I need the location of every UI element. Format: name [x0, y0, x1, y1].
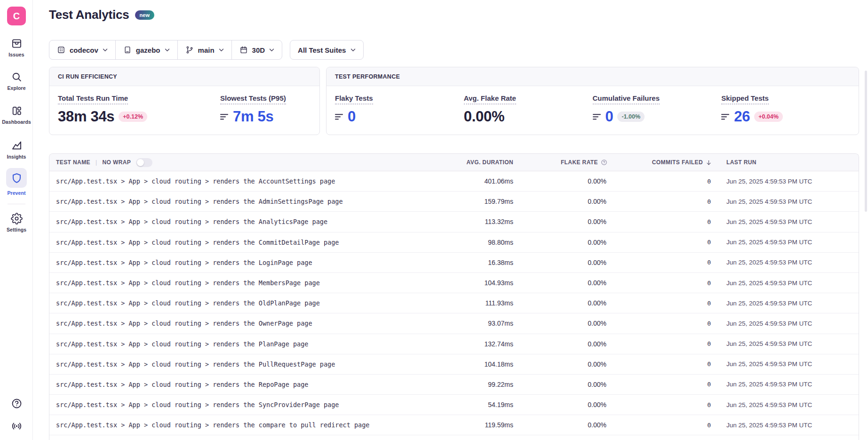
chevron-down-icon [165, 48, 170, 52]
table-row[interactable]: src/App.test.tsx > App > cloud routing >… [49, 171, 859, 192]
page-title: Test Analytics [49, 8, 129, 22]
table-row[interactable]: src/App.test.tsx > App > cloud routing >… [49, 253, 859, 273]
table-row[interactable]: src/App.test.tsx > App > cloud routing >… [49, 354, 859, 375]
repo-icon [123, 46, 132, 54]
sidebar-item-insights[interactable]: Insights [0, 140, 33, 160]
col-last-run[interactable]: LAST RUN [726, 159, 859, 166]
table-row[interactable]: src/App.test.tsx > App > cloud routing >… [49, 192, 859, 212]
table-row[interactable]: src/App.test.tsx > App > cloud routing >… [49, 293, 859, 313]
metric-avg-flake-rate: Avg. Flake Rate 0.00% [464, 94, 593, 125]
org-grid-icon [57, 46, 65, 54]
col-commits-failed[interactable]: COMMITS FAILED [622, 159, 726, 166]
avg-duration-value: 16.38ms [458, 259, 529, 266]
metric-value: 26 [734, 109, 750, 125]
help-button[interactable] [0, 398, 33, 409]
flaky-tests-filter[interactable]: 0 [335, 109, 356, 125]
commits-failed-value: 0 [622, 259, 726, 266]
last-run-value: Jun 25, 2025 4:59:53 PM UTC [726, 178, 859, 185]
sidebar-item-dashboards[interactable]: Dashboards [0, 105, 33, 125]
filter-lines-icon [220, 113, 229, 120]
cumulative-failures-filter[interactable]: 0 -1.00% [593, 109, 645, 125]
col-flake-rate[interactable]: FLAKE RATE [529, 159, 622, 166]
commits-failed-value: 0 [622, 401, 726, 408]
metric-skipped-tests: Skipped Tests 26 +0.04% [721, 94, 850, 125]
filter-lines-icon [335, 113, 343, 120]
org-selector[interactable]: codecov [49, 40, 115, 59]
test-suites-selector[interactable]: All Test Suites [290, 40, 364, 60]
metric-label: Total Tests Run Time [58, 94, 128, 104]
flake-rate-value: 0.00% [529, 401, 622, 408]
no-wrap-toggle[interactable] [136, 158, 152, 167]
ci-run-efficiency-panel: CI RUN EFFICIENCY Total Tests Run Time 3… [49, 67, 320, 135]
branch-selector[interactable]: main [177, 40, 231, 59]
table-row[interactable]: src/App.test.tsx > App > cloud routing >… [49, 334, 859, 354]
flake-rate-value: 0.00% [529, 360, 622, 368]
table-row[interactable]: src/App.test.tsx > App > cloud routing >… [49, 395, 859, 415]
org-selector-label: codecov [70, 46, 98, 54]
test-name: src/App.test.tsx > App > cloud routing >… [49, 177, 458, 185]
table-row[interactable]: src/App.test.tsx > App > cloud routing >… [49, 273, 859, 293]
sidebar-item-label: Issues [8, 52, 24, 57]
skipped-tests-filter[interactable]: 26 +0.04% [721, 109, 783, 125]
metric-flaky-tests: Flaky Tests 0 [335, 94, 464, 125]
commits-failed-value: 0 [622, 320, 726, 327]
filter-lines-icon [721, 113, 730, 120]
flake-rate-value: 0.00% [529, 218, 622, 225]
metric-value: 7m 5s [233, 109, 273, 125]
metric-value: 0.00% [464, 109, 504, 125]
flake-rate-value: 0.00% [529, 320, 622, 327]
slowest-tests-filter[interactable]: 7m 5s [220, 109, 273, 125]
test-name: src/App.test.tsx > App > cloud routing >… [49, 421, 458, 429]
sidebar-item-explore[interactable]: Explore [0, 71, 33, 91]
help-circle-icon [11, 398, 23, 409]
flake-rate-value: 0.00% [529, 340, 622, 348]
table-row[interactable]: src/App.test.tsx > App > cloud routing >… [49, 375, 859, 395]
test-suites-label: All Test Suites [298, 46, 346, 54]
table-row[interactable]: src/App.test.tsx > App > cloud routing >… [49, 232, 859, 253]
last-run-value: Jun 25, 2025 4:59:53 PM UTC [726, 259, 859, 266]
last-run-value: Jun 25, 2025 4:59:53 PM UTC [726, 280, 859, 287]
flake-rate-value: 0.00% [529, 259, 622, 266]
table-row[interactable]: src/App.test.tsx > App > cloud routing >… [49, 212, 859, 232]
metric-total-run-time: Total Tests Run Time 38m 34s +0.12% [58, 94, 220, 125]
test-name: src/App.test.tsx > App > cloud routing >… [49, 401, 458, 408]
metric-label: Flaky Tests [335, 94, 373, 104]
flake-rate-value: 0.00% [529, 177, 622, 185]
info-question-icon[interactable] [601, 159, 607, 166]
table-row[interactable]: src/App.test.tsx > App > cloud routing >… [49, 415, 859, 435]
sidebar-item-settings[interactable]: Settings [0, 213, 33, 232]
table-row[interactable]: src/App.test.tsx > App > cloud routing >… [49, 313, 859, 334]
table-body: src/App.test.tsx > App > cloud routing >… [49, 171, 859, 435]
flake-rate-value: 0.00% [529, 239, 622, 246]
sidebar-item-issues[interactable]: Issues [0, 38, 33, 57]
broadcast-button[interactable] [0, 420, 33, 432]
avg-duration-value: 93.07ms [458, 320, 529, 327]
vertical-scrollbar[interactable] [865, 71, 867, 212]
commits-failed-value: 0 [622, 381, 726, 388]
metric-label: Cumulative Failures [593, 94, 660, 104]
repo-selector[interactable]: gazebo [115, 40, 177, 59]
test-name: src/App.test.tsx > App > cloud routing >… [49, 360, 458, 368]
col-test-name[interactable]: TEST NAME [56, 159, 90, 166]
avg-duration-value: 159.79ms [458, 198, 529, 205]
panel-title: CI RUN EFFICIENCY [49, 67, 319, 86]
sidebar-item-prevent[interactable]: Prevent [0, 168, 33, 196]
toggle-knob [137, 159, 144, 166]
flake-rate-value: 0.00% [529, 299, 622, 307]
codecov-logo[interactable]: C [7, 7, 26, 25]
commits-failed-value: 0 [622, 218, 726, 225]
date-range-selector[interactable]: 30D [231, 40, 282, 59]
metric-cumulative-failures: Cumulative Failures 0 -1.00% [593, 94, 722, 125]
test-performance-panel: TEST PERFORMANCE Flaky Tests 0 Avg. Flak… [326, 67, 859, 135]
metric-label: Skipped Tests [721, 94, 769, 104]
git-branch-icon [185, 46, 194, 54]
logo-letter: C [13, 11, 20, 22]
header-separator: | [96, 159, 97, 166]
date-range-label: 30D [252, 46, 265, 54]
sidebar-divider [8, 204, 25, 204]
last-run-value: Jun 25, 2025 4:59:53 PM UTC [726, 422, 859, 429]
sidebar-item-label: Explore [7, 85, 25, 91]
col-avg-duration[interactable]: AVG. DURATION [458, 159, 529, 166]
test-name: src/App.test.tsx > App > cloud routing >… [49, 239, 458, 246]
metric-value: 0 [348, 109, 356, 125]
